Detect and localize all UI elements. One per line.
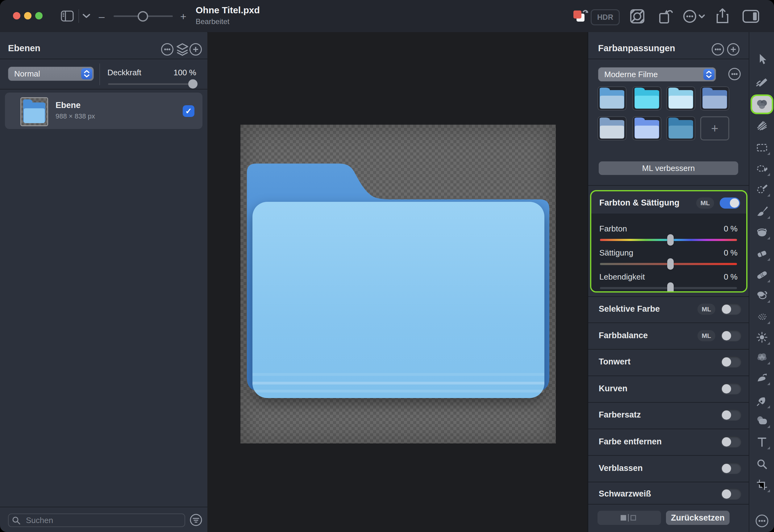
document-status: Bearbeitet: [196, 17, 229, 26]
vibrance-value: 0 %: [724, 272, 738, 282]
clone-tool[interactable]: [753, 287, 771, 304]
row-curves: Kurven: [599, 384, 627, 393]
levels-toggle[interactable]: [721, 356, 741, 368]
curves-toggle[interactable]: [721, 383, 741, 394]
zoom-out-button[interactable]: –: [99, 11, 105, 22]
hue-label: Farbton: [599, 224, 627, 234]
more-options-icon[interactable]: [683, 9, 707, 23]
crop-tool[interactable]: [753, 476, 771, 493]
preset-select-value: Moderne Filme: [604, 70, 658, 79]
zoom-slider[interactable]: [114, 15, 173, 17]
grain-tool[interactable]: [753, 308, 771, 325]
close-button[interactable]: [13, 12, 20, 19]
color-balance-toggle[interactable]: [721, 330, 741, 341]
rect-select-tool[interactable]: [753, 139, 771, 156]
eraser-tool[interactable]: [753, 245, 771, 262]
color-swap-icon[interactable]: [572, 8, 589, 25]
blend-mode-value: Normal: [14, 69, 40, 79]
preset-thumbnail[interactable]: [597, 116, 626, 140]
reset-button[interactable]: Zurücksetzen: [666, 511, 730, 525]
row-selective-color: Selektive Farbe: [599, 304, 660, 314]
style-brush-tool[interactable]: [753, 74, 771, 91]
minimize-button[interactable]: [24, 12, 31, 19]
sharpen-tool[interactable]: [753, 329, 771, 346]
add-layer-icon[interactable]: [189, 43, 202, 56]
search-input[interactable]: [8, 513, 185, 527]
add-adjustment-icon[interactable]: [727, 43, 739, 56]
ml-enhance-button[interactable]: ML verbessern: [599, 161, 738, 175]
row-replace-color: Farbersatz: [599, 410, 641, 420]
compare-original-icon[interactable]: [630, 9, 645, 24]
zoom-slider-thumb[interactable]: [138, 11, 148, 22]
divider: [588, 402, 749, 403]
rotate-canvas-icon[interactable]: [657, 9, 674, 24]
pointer-tool[interactable]: [753, 51, 771, 68]
fade-toggle[interactable]: [721, 463, 741, 474]
hue-value: 0 %: [724, 224, 738, 234]
more-tools[interactable]: [753, 512, 771, 530]
preset-thumbnail[interactable]: [666, 86, 695, 110]
layer-visibility-checkbox[interactable]: ✓: [183, 105, 194, 117]
opacity-slider-thumb[interactable]: [188, 79, 198, 89]
preset-more-icon[interactable]: [728, 68, 741, 80]
black-white-toggle[interactable]: [721, 488, 741, 500]
vibrance-slider-thumb[interactable]: [667, 282, 674, 293]
blend-mode-select[interactable]: Normal: [8, 67, 94, 81]
shape-tool[interactable]: [753, 412, 771, 429]
right-sidebar-toggle-icon[interactable]: [742, 9, 760, 23]
row-fade: Verblassen: [599, 463, 643, 473]
filter-icon[interactable]: [189, 513, 202, 526]
hue-saturation-toggle[interactable]: [720, 197, 740, 209]
divider: [588, 322, 749, 323]
preset-thumbnail[interactable]: [632, 116, 661, 140]
hue-slider[interactable]: [600, 239, 737, 241]
color-adjustments-tool[interactable]: [752, 96, 772, 113]
smart-select-tool[interactable]: [753, 181, 771, 198]
preset-select[interactable]: Moderne Filme: [598, 67, 716, 81]
divider: [0, 89, 207, 89]
effects-tool[interactable]: [753, 117, 771, 134]
opacity-slider[interactable]: [108, 83, 196, 85]
replace-color-toggle[interactable]: [721, 409, 741, 421]
ml-badge: ML: [696, 197, 714, 209]
vibrance-label: Lebendigkeit: [599, 272, 645, 282]
hdr-badge[interactable]: HDR: [591, 9, 620, 25]
pen-tool[interactable]: [753, 392, 771, 409]
zoom-tool[interactable]: [753, 455, 771, 473]
artboard-transparency-checker[interactable]: [240, 125, 556, 443]
paint-tool[interactable]: [753, 203, 771, 220]
preset-thumbnail[interactable]: [632, 86, 661, 110]
selective-color-toggle[interactable]: [721, 304, 741, 315]
warp-tool[interactable]: [753, 369, 771, 386]
preset-thumbnail[interactable]: [700, 86, 729, 110]
zoom-window-button[interactable]: [35, 12, 43, 19]
layer-row[interactable]: Ebene 988 × 838 px ✓: [5, 93, 202, 129]
chevron-down-icon[interactable]: [82, 13, 91, 19]
fill-tool[interactable]: [753, 223, 771, 241]
type-tool[interactable]: [753, 433, 771, 451]
layers-stack-icon[interactable]: [176, 43, 189, 56]
canvas-area[interactable]: [208, 32, 588, 532]
divider: [588, 59, 749, 59]
ml-badge: ML: [697, 330, 715, 341]
desaturate-toggle[interactable]: [721, 436, 741, 447]
repair-tool[interactable]: [753, 266, 771, 284]
sidebar-toggle-icon[interactable]: [61, 10, 74, 22]
zoom-in-button[interactable]: +: [180, 11, 186, 22]
share-icon[interactable]: [715, 8, 730, 24]
blur-tool[interactable]: [753, 348, 771, 366]
add-preset-button[interactable]: +: [700, 116, 729, 140]
preset-thumbnail[interactable]: [666, 116, 695, 140]
row-levels: Tonwert: [599, 357, 630, 367]
divider: [588, 455, 749, 456]
layers-more-icon[interactable]: [161, 43, 173, 56]
compare-button[interactable]: [597, 511, 661, 525]
hue-slider-thumb[interactable]: [667, 234, 674, 246]
adjustments-more-icon[interactable]: [712, 43, 724, 56]
preset-thumbnail[interactable]: [597, 86, 626, 110]
vibrance-slider[interactable]: [600, 287, 737, 289]
hue-saturation-title: Farbton & Sättigung: [599, 198, 679, 208]
saturation-slider[interactable]: [600, 263, 737, 265]
free-select-tool[interactable]: [753, 160, 771, 177]
saturation-slider-thumb[interactable]: [667, 258, 674, 270]
